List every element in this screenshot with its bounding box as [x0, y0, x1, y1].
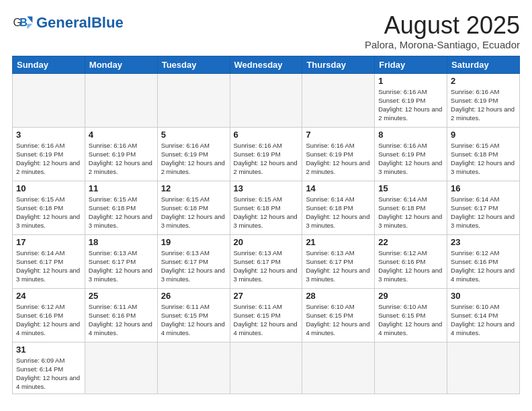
day-number: 10 [16, 183, 81, 193]
day-info: Sunrise: 6:10 AM Sunset: 6:15 PM Dayligh… [378, 302, 443, 338]
calendar-day-empty [157, 342, 230, 394]
day-number: 11 [89, 183, 154, 193]
calendar-week-row: 17Sunrise: 6:14 AM Sunset: 6:17 PM Dayli… [13, 234, 520, 288]
calendar-day-empty [230, 342, 302, 394]
day-info: Sunrise: 6:13 AM Sunset: 6:17 PM Dayligh… [89, 248, 154, 284]
day-number: 26 [161, 291, 226, 301]
day-info: Sunrise: 6:16 AM Sunset: 6:19 PM Dayligh… [378, 141, 443, 177]
day-number: 8 [378, 130, 443, 140]
day-number: 9 [451, 130, 516, 140]
day-number: 13 [234, 183, 299, 193]
calendar-day-11: 11Sunrise: 6:15 AM Sunset: 6:18 PM Dayli… [85, 181, 157, 234]
calendar-day-7: 7Sunrise: 6:16 AM Sunset: 6:19 PM Daylig… [302, 127, 375, 181]
calendar-day-6: 6Sunrise: 6:16 AM Sunset: 6:19 PM Daylig… [230, 127, 302, 181]
day-info: Sunrise: 6:12 AM Sunset: 6:16 PM Dayligh… [16, 302, 81, 338]
day-number: 31 [16, 345, 81, 355]
calendar-week-row: 1Sunrise: 6:16 AM Sunset: 6:19 PM Daylig… [13, 73, 520, 127]
day-info: Sunrise: 6:16 AM Sunset: 6:19 PM Dayligh… [161, 141, 226, 177]
calendar-day-3: 3Sunrise: 6:16 AM Sunset: 6:19 PM Daylig… [13, 127, 85, 181]
calendar-day-20: 20Sunrise: 6:13 AM Sunset: 6:17 PM Dayli… [230, 234, 302, 288]
day-number: 17 [16, 237, 81, 247]
day-number: 27 [234, 291, 299, 301]
day-info: Sunrise: 6:16 AM Sunset: 6:19 PM Dayligh… [16, 141, 81, 177]
calendar-day-27: 27Sunrise: 6:11 AM Sunset: 6:15 PM Dayli… [230, 288, 302, 342]
calendar-day-13: 13Sunrise: 6:15 AM Sunset: 6:18 PM Dayli… [230, 181, 302, 234]
day-number: 23 [451, 237, 516, 247]
calendar-day-8: 8Sunrise: 6:16 AM Sunset: 6:19 PM Daylig… [375, 127, 447, 181]
logo-blue: Blue [91, 14, 124, 31]
calendar-day-9: 9Sunrise: 6:15 AM Sunset: 6:18 PM Daylig… [447, 127, 520, 181]
calendar-day-empty [302, 73, 375, 127]
calendar-week-row: 24Sunrise: 6:12 AM Sunset: 6:16 PM Dayli… [13, 288, 520, 342]
day-number: 28 [306, 291, 371, 301]
day-info: Sunrise: 6:13 AM Sunset: 6:17 PM Dayligh… [161, 248, 226, 284]
calendar-day-29: 29Sunrise: 6:10 AM Sunset: 6:15 PM Dayli… [375, 288, 447, 342]
day-number: 21 [306, 237, 371, 247]
day-info: Sunrise: 6:16 AM Sunset: 6:19 PM Dayligh… [451, 87, 516, 123]
calendar-day-31: 31Sunrise: 6:09 AM Sunset: 6:14 PM Dayli… [13, 342, 85, 394]
calendar-table: SundayMondayTuesdayWednesdayThursdayFrid… [12, 56, 520, 394]
calendar-day-10: 10Sunrise: 6:15 AM Sunset: 6:18 PM Dayli… [13, 181, 85, 234]
day-info: Sunrise: 6:16 AM Sunset: 6:19 PM Dayligh… [234, 141, 299, 177]
day-of-week-friday: Friday [375, 56, 447, 73]
day-number: 19 [161, 237, 226, 247]
calendar-day-23: 23Sunrise: 6:12 AM Sunset: 6:16 PM Dayli… [447, 234, 520, 288]
day-info: Sunrise: 6:11 AM Sunset: 6:16 PM Dayligh… [89, 302, 154, 338]
logo: G B GeneralBlue [12, 12, 124, 34]
day-of-week-monday: Monday [85, 56, 157, 73]
calendar-day-16: 16Sunrise: 6:14 AM Sunset: 6:17 PM Dayli… [447, 181, 520, 234]
svg-marker-3 [27, 24, 32, 30]
calendar-day-5: 5Sunrise: 6:16 AM Sunset: 6:19 PM Daylig… [157, 127, 230, 181]
calendar-day-empty [157, 73, 230, 127]
svg-text:B: B [19, 17, 28, 28]
calendar-day-15: 15Sunrise: 6:14 AM Sunset: 6:18 PM Dayli… [375, 181, 447, 234]
calendar-day-empty [13, 73, 85, 127]
calendar-week-row: 3Sunrise: 6:16 AM Sunset: 6:19 PM Daylig… [13, 127, 520, 181]
logo-general: General [36, 14, 91, 31]
day-number: 6 [234, 130, 299, 140]
calendar-day-25: 25Sunrise: 6:11 AM Sunset: 6:16 PM Dayli… [85, 288, 157, 342]
day-of-week-thursday: Thursday [302, 56, 375, 73]
day-number: 22 [378, 237, 443, 247]
day-of-week-wednesday: Wednesday [230, 56, 302, 73]
calendar-header-row: SundayMondayTuesdayWednesdayThursdayFrid… [13, 56, 520, 73]
day-info: Sunrise: 6:15 AM Sunset: 6:18 PM Dayligh… [16, 195, 81, 230]
day-of-week-sunday: Sunday [13, 56, 85, 73]
day-info: Sunrise: 6:14 AM Sunset: 6:18 PM Dayligh… [378, 195, 443, 230]
logo-text: GeneralBlue [36, 15, 124, 30]
calendar-day-30: 30Sunrise: 6:10 AM Sunset: 6:14 PM Dayli… [447, 288, 520, 342]
day-info: Sunrise: 6:13 AM Sunset: 6:17 PM Dayligh… [306, 248, 371, 284]
calendar-day-24: 24Sunrise: 6:12 AM Sunset: 6:16 PM Dayli… [13, 288, 85, 342]
day-info: Sunrise: 6:14 AM Sunset: 6:17 PM Dayligh… [451, 195, 516, 230]
day-number: 14 [306, 183, 371, 193]
day-of-week-tuesday: Tuesday [157, 56, 230, 73]
title-area: August 2025 Palora, Morona-Santiago, Ecu… [365, 12, 520, 50]
page-header: G B GeneralBlue August 2025 Palora, Moro… [12, 12, 520, 50]
calendar-subtitle: Palora, Morona-Santiago, Ecuador [365, 39, 520, 50]
day-info: Sunrise: 6:09 AM Sunset: 6:14 PM Dayligh… [16, 356, 81, 392]
day-info: Sunrise: 6:12 AM Sunset: 6:16 PM Dayligh… [378, 248, 443, 284]
calendar-day-empty [230, 73, 302, 127]
day-info: Sunrise: 6:15 AM Sunset: 6:18 PM Dayligh… [89, 195, 154, 230]
calendar-day-empty [85, 342, 157, 394]
calendar-day-12: 12Sunrise: 6:15 AM Sunset: 6:18 PM Dayli… [157, 181, 230, 234]
day-number: 7 [306, 130, 371, 140]
calendar-day-empty [375, 342, 447, 394]
day-info: Sunrise: 6:12 AM Sunset: 6:16 PM Dayligh… [451, 248, 516, 284]
day-info: Sunrise: 6:13 AM Sunset: 6:17 PM Dayligh… [234, 248, 299, 284]
day-info: Sunrise: 6:11 AM Sunset: 6:15 PM Dayligh… [234, 302, 299, 338]
day-number: 4 [89, 130, 154, 140]
day-info: Sunrise: 6:14 AM Sunset: 6:18 PM Dayligh… [306, 195, 371, 230]
calendar-day-28: 28Sunrise: 6:10 AM Sunset: 6:15 PM Dayli… [302, 288, 375, 342]
day-number: 1 [378, 76, 443, 86]
calendar-day-21: 21Sunrise: 6:13 AM Sunset: 6:17 PM Dayli… [302, 234, 375, 288]
svg-marker-2 [27, 16, 32, 23]
day-number: 15 [378, 183, 443, 193]
day-number: 2 [451, 76, 516, 86]
calendar-day-17: 17Sunrise: 6:14 AM Sunset: 6:17 PM Dayli… [13, 234, 85, 288]
day-number: 12 [161, 183, 226, 193]
day-info: Sunrise: 6:16 AM Sunset: 6:19 PM Dayligh… [306, 141, 371, 177]
calendar-day-1: 1Sunrise: 6:16 AM Sunset: 6:19 PM Daylig… [375, 73, 447, 127]
calendar-day-empty [447, 342, 520, 394]
calendar-day-18: 18Sunrise: 6:13 AM Sunset: 6:17 PM Dayli… [85, 234, 157, 288]
